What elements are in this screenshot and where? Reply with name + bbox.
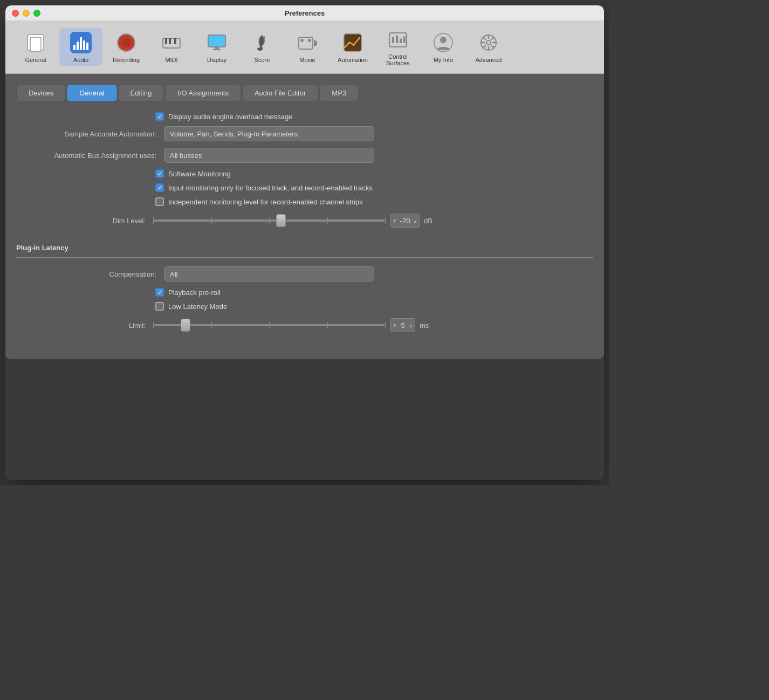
svg-marker-20 [314,39,317,47]
toolbar-item-movie[interactable]: Movie [286,28,329,66]
minimize-button[interactable] [23,10,30,17]
svg-rect-31 [400,38,402,43]
svg-rect-15 [215,47,219,49]
svg-rect-5 [80,37,82,50]
control-surfaces-icon [386,28,410,51]
score-icon [250,31,274,54]
limit-unit: ms [420,321,429,330]
sample-accurate-automation-wrapper: Volume, Pan, Sends, Plug-In Parameters [164,126,374,141]
preferences-window: Preferences General [5,5,604,480]
svg-rect-3 [73,45,75,50]
main-content: Devices General Editing I/O Assignments … [5,74,604,359]
advanced-icon [477,31,500,54]
toolbar-label-display: Display [207,57,226,63]
tab-audio-file-editor[interactable]: Audio File Editor [242,85,318,101]
svg-rect-13 [174,38,176,44]
svg-point-27 [358,37,360,39]
software-monitoring-checkbox[interactable] [155,169,164,178]
tab-mp3[interactable]: MP3 [319,85,359,101]
toolbar-item-recording[interactable]: Recording [105,28,148,66]
low-latency-mode-checkbox[interactable] [155,302,164,311]
sample-accurate-automation-select[interactable]: Volume, Pan, Sends, Plug-In Parameters [164,126,374,141]
svg-rect-33 [393,36,394,37]
svg-rect-36 [404,35,405,37]
toolbar-item-control-surfaces[interactable]: Control Surfaces [376,25,420,69]
svg-line-45 [483,37,485,39]
input-monitoring-checkbox[interactable] [155,183,164,192]
toolbar-label-movie: Movie [299,57,315,63]
tab-general[interactable]: General [67,85,116,101]
tab-io-assignments[interactable]: I/O Assignments [165,85,241,101]
low-latency-mode-row: Low Latency Mode [155,302,593,311]
dim-level-slider-thumb[interactable] [276,214,286,227]
tab-devices[interactable]: Devices [16,85,66,101]
toolbar-item-my-info[interactable]: My Info [422,28,465,66]
software-monitoring-row: Software Monitoring [155,169,593,178]
movie-icon [296,31,319,54]
tab-editing[interactable]: Editing [118,85,164,101]
independent-monitoring-label: Independent monitoring level for record-… [168,198,363,206]
toolbar-item-display[interactable]: Display [195,28,238,66]
playback-preroll-row: Playback pre-roll [155,288,593,297]
toolbar-label-general: General [25,57,46,63]
dim-level-label: Dim Level: [16,217,146,225]
close-button[interactable] [12,10,19,17]
toolbar-item-advanced[interactable]: Advanced [467,28,510,66]
window-title: Preferences [285,9,325,17]
svg-rect-7 [86,43,88,50]
automatic-bus-assignment-label: Automatic Bus Assignment uses: [27,152,156,160]
svg-rect-1 [30,37,41,51]
low-latency-mode-label: Low Latency Mode [168,303,227,311]
tabs-bar: Devices General Editing I/O Assignments … [16,85,593,101]
toolbar-item-automation[interactable]: Automation [331,28,374,66]
limit-label: Limit: [16,321,146,330]
limit-slider-track[interactable] [153,324,385,326]
input-monitoring-label: Input monitoring only for focused track,… [168,184,373,192]
midi-icon [160,31,183,54]
automatic-bus-assignment-select[interactable]: All busses [164,148,374,163]
title-bar: Preferences [5,5,604,20]
maximize-button[interactable] [33,10,40,17]
toolbar-item-audio[interactable]: Audio [59,28,102,66]
display-icon [205,31,229,54]
dim-level-value-control: ▾ -20 ▴ [390,214,420,228]
svg-rect-16 [212,49,221,50]
svg-rect-19 [299,37,313,49]
playback-preroll-checkbox[interactable] [155,288,164,297]
svg-rect-23 [344,34,361,51]
recording-icon [114,31,138,54]
svg-line-47 [492,37,494,39]
display-audio-overload-label: Display audio engine overload message [168,113,293,121]
compensation-select[interactable]: All [164,266,374,282]
compensation-label: Compensation: [27,270,156,278]
independent-monitoring-checkbox[interactable] [155,197,164,206]
independent-monitoring-row: Independent monitoring level for record-… [155,197,593,206]
toolbar-label-recording: Recording [113,57,140,63]
svg-point-21 [300,39,304,42]
toolbar-label-audio: Audio [73,57,88,63]
limit-value-control: ▾ 5 ▴ [390,318,415,332]
section-divider [16,257,593,258]
svg-rect-29 [392,37,394,43]
toolbar-label-score: Score [255,57,270,63]
toolbar-item-score[interactable]: Score [241,28,284,66]
compensation-row: Compensation: All [16,266,593,282]
dim-level-up-arrow[interactable]: ▴ [414,217,417,224]
limit-down-arrow[interactable]: ▾ [393,322,396,329]
display-audio-overload-checkbox[interactable] [155,112,164,121]
limit-up-arrow[interactable]: ▴ [409,322,413,329]
dim-level-value-box: ▾ -20 ▴ dB [390,214,432,228]
svg-point-24 [344,46,346,48]
toolbar-label-advanced: Advanced [476,57,502,63]
traffic-lights [12,10,40,17]
toolbar-item-general[interactable]: General [14,28,57,66]
dim-level-slider-track[interactable] [153,219,385,222]
toolbar-item-midi[interactable]: MIDI [150,28,193,66]
limit-value-box: ▾ 5 ▴ ms [390,318,429,332]
dim-level-down-arrow[interactable]: ▾ [393,217,396,224]
display-audio-overload-row: Display audio engine overload message [155,112,593,121]
svg-rect-11 [165,38,167,44]
limit-slider-thumb[interactable] [181,319,190,332]
software-monitoring-label: Software Monitoring [168,170,231,178]
svg-rect-12 [169,38,171,44]
